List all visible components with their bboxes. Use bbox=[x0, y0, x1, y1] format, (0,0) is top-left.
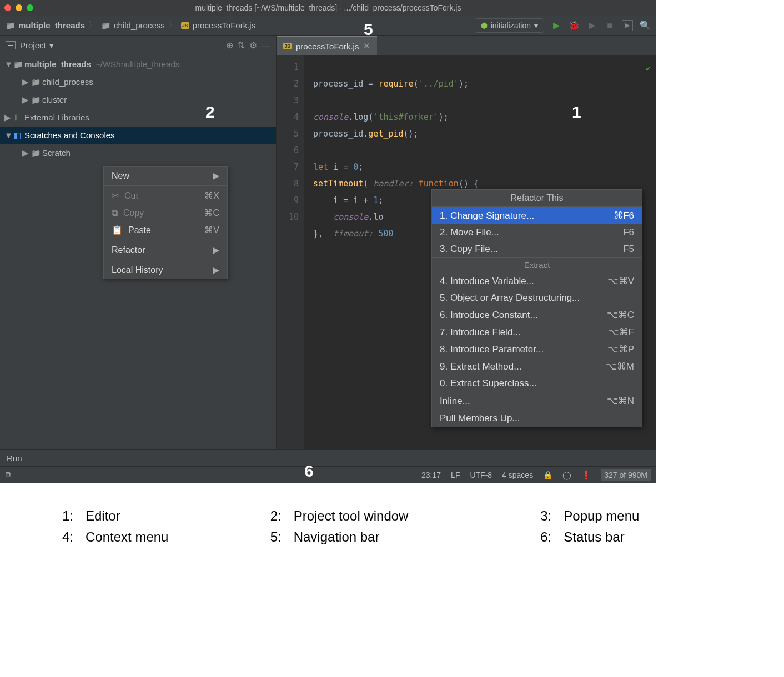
inspection-ok-icon: ✔ bbox=[646, 60, 651, 77]
locate-file-button[interactable]: ⊕ bbox=[226, 40, 233, 50]
run-button[interactable]: ▶ bbox=[551, 20, 562, 31]
library-icon: ⫴ bbox=[13, 109, 24, 127]
context-menu-paste[interactable]: 📋Paste⌘V bbox=[104, 221, 227, 239]
file-encoding[interactable]: UTF-8 bbox=[470, 471, 492, 479]
memory-indicator[interactable]: 327 of 990M bbox=[601, 469, 651, 481]
tree-scratches-folder[interactable]: ▶Scratch bbox=[0, 144, 276, 162]
run-config-selector[interactable]: ⬢ initialization ▾ bbox=[475, 18, 544, 33]
editor-tab-processtoforkjs[interactable]: JS processToFork.js ✕ bbox=[277, 36, 377, 55]
stop-button[interactable]: ■ bbox=[604, 20, 615, 31]
search-icon[interactable]: 🔍 bbox=[640, 20, 651, 31]
indent-settings[interactable]: 4 spaces bbox=[502, 471, 533, 479]
window-controls bbox=[4, 4, 33, 11]
settings-icon[interactable]: ⚙ bbox=[249, 40, 257, 50]
submenu-arrow-icon: ▶ bbox=[213, 245, 219, 255]
status-bar: ⧉ 23:17 LF UTF-8 4 spaces 🔒 ◯ ❗ 327 of 9… bbox=[0, 466, 656, 483]
context-menu-copy[interactable]: ⧉Copy⌘C bbox=[104, 204, 227, 221]
chevron-down-icon: ▾ bbox=[534, 21, 538, 30]
minimize-window-button[interactable] bbox=[16, 4, 22, 11]
notifications-icon[interactable]: ◯ bbox=[562, 471, 571, 479]
run-anything-button[interactable]: ▶ bbox=[622, 20, 633, 31]
editor-tabs: JS processToFork.js ✕ bbox=[277, 36, 656, 55]
context-menu-refactor[interactable]: Refactor▶ bbox=[104, 241, 227, 259]
debug-button[interactable]: 🐞 bbox=[569, 20, 580, 31]
lock-icon[interactable]: 🔒 bbox=[543, 471, 552, 479]
tree-scratches-and-consoles[interactable]: ▼◧Scratches and Consoles bbox=[0, 127, 276, 144]
hide-run-button[interactable]: — bbox=[641, 453, 650, 463]
breadcrumb-folder[interactable]: child_process〉 bbox=[101, 20, 177, 31]
folder-icon bbox=[31, 91, 42, 109]
navigation-bar: multiple_threads〉 child_process〉 JSproce… bbox=[0, 16, 656, 36]
popup-item-pull-members-up[interactable]: Pull Members Up... bbox=[432, 410, 642, 427]
js-file-icon: JS bbox=[181, 22, 189, 29]
folder-icon bbox=[101, 21, 110, 30]
expand-all-button[interactable]: ⇅ bbox=[238, 40, 245, 50]
popup-item-inline[interactable]: Inline...⌥⌘N bbox=[432, 392, 642, 410]
folder-icon bbox=[6, 21, 15, 30]
popup-subheader-extract: Extract bbox=[432, 257, 642, 272]
close-tab-icon[interactable]: ✕ bbox=[363, 41, 370, 51]
run-tool-bar[interactable]: Run — bbox=[0, 449, 656, 466]
context-menu-cut[interactable]: ✂Cut⌘X bbox=[104, 187, 227, 204]
line-separator[interactable]: LF bbox=[451, 471, 460, 479]
popup-item-extract-superclass[interactable]: 0. Extract Superclass... bbox=[432, 375, 642, 392]
folder-icon bbox=[31, 73, 42, 91]
project-view-icon: ☰ bbox=[6, 41, 16, 49]
popup-item-extract-method[interactable]: 9. Extract Method...⌥⌘M bbox=[432, 358, 642, 375]
popup-item-destructuring[interactable]: 5. Object or Array Destructuring... bbox=[432, 290, 642, 306]
tree-external-libraries[interactable]: ▶⫴External Libraries bbox=[0, 109, 276, 127]
popup-item-copy-file[interactable]: 3. Copy File...F5 bbox=[432, 241, 642, 257]
breadcrumb-file[interactable]: JSprocessToFork.js bbox=[181, 21, 255, 30]
popup-item-move-file[interactable]: 2. Move File...F6 bbox=[432, 224, 642, 241]
project-view-title[interactable]: Project bbox=[20, 41, 46, 50]
hide-tool-button[interactable]: — bbox=[262, 41, 270, 50]
window-title: multiple_threads [~/WS/multiple_threads]… bbox=[195, 3, 461, 12]
scratches-icon: ◧ bbox=[13, 127, 24, 144]
chevron-down-icon: ▾ bbox=[49, 41, 54, 50]
caret-position[interactable]: 23:17 bbox=[421, 471, 441, 479]
popup-item-introduce-parameter[interactable]: 8. Introduce Parameter...⌥⌘P bbox=[432, 341, 642, 358]
context-menu: New▶ ✂Cut⌘X ⧉Copy⌘C 📋Paste⌘V Refactor▶ L… bbox=[103, 166, 228, 279]
copy-icon: ⧉ bbox=[112, 208, 118, 218]
menu-separator bbox=[104, 240, 227, 240]
title-bar: multiple_threads [~/WS/multiple_threads]… bbox=[0, 0, 656, 16]
breadcrumb-project[interactable]: multiple_threads〉 bbox=[6, 20, 97, 31]
submenu-arrow-icon: ▶ bbox=[213, 265, 219, 275]
tree-folder-cluster[interactable]: ▶cluster bbox=[0, 91, 276, 109]
problems-icon[interactable]: ❗ bbox=[581, 471, 591, 479]
popup-item-change-signature[interactable]: 1. Change Signature...⌘F6 bbox=[432, 207, 642, 224]
editor-gutter: 12345678910 bbox=[277, 55, 304, 449]
popup-title: Refactor This bbox=[432, 190, 642, 207]
run-with-coverage-button[interactable]: ▶ bbox=[586, 20, 597, 31]
tree-project-root[interactable]: ▼multiple_threads~/WS/multiple_threads bbox=[0, 55, 276, 73]
context-menu-local-history[interactable]: Local History▶ bbox=[104, 261, 227, 279]
folder-icon bbox=[13, 55, 24, 73]
tree-folder-child-process[interactable]: ▶child_process bbox=[0, 73, 276, 91]
project-tree[interactable]: ▼multiple_threads~/WS/multiple_threads ▶… bbox=[0, 55, 276, 162]
tool-windows-toggle-icon[interactable]: ⧉ bbox=[6, 470, 11, 479]
folder-icon bbox=[31, 144, 42, 162]
submenu-arrow-icon: ▶ bbox=[213, 170, 219, 181]
popup-item-introduce-constant[interactable]: 6. Introduce Constant...⌥⌘C bbox=[432, 306, 642, 324]
maximize-window-button[interactable] bbox=[27, 4, 33, 11]
close-window-button[interactable] bbox=[4, 4, 11, 11]
nodejs-icon: ⬢ bbox=[481, 21, 488, 30]
legend: 1:Editor 2:Project tool window 3:Popup m… bbox=[0, 483, 784, 570]
menu-separator bbox=[104, 185, 227, 186]
context-menu-new[interactable]: New▶ bbox=[104, 167, 227, 184]
popup-item-introduce-field[interactable]: 7. Introduce Field...⌥⌘F bbox=[432, 324, 642, 341]
menu-separator bbox=[104, 260, 227, 260]
ide-window: multiple_threads [~/WS/multiple_threads]… bbox=[0, 0, 656, 483]
cut-icon: ✂ bbox=[112, 190, 119, 201]
refactor-this-popup: Refactor This 1. Change Signature...⌘F6 … bbox=[431, 189, 642, 427]
popup-item-introduce-variable[interactable]: 4. Introduce Variable...⌥⌘V bbox=[432, 272, 642, 290]
paste-icon: 📋 bbox=[112, 225, 123, 235]
js-file-icon: JS bbox=[283, 43, 292, 49]
